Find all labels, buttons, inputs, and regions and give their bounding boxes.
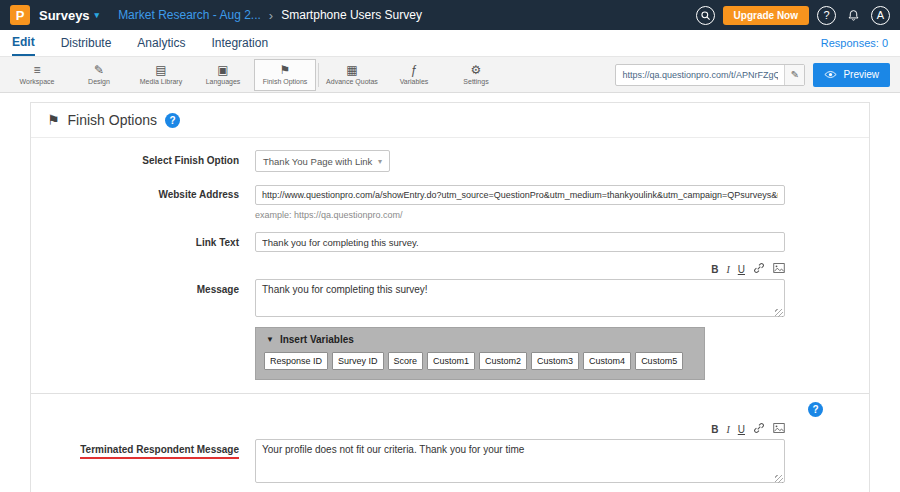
edit-url-button[interactable]: ✎	[784, 65, 804, 85]
message-label: Message	[31, 279, 239, 295]
finish-option-value: Thank You Page with Link	[263, 156, 372, 167]
finish-option-select[interactable]: Thank You Page with Link ▾	[255, 150, 390, 172]
insert-variable-custom4[interactable]: Custom4	[583, 352, 631, 370]
survey-url-input[interactable]	[616, 70, 784, 80]
nav-tab-edit[interactable]: Edit	[12, 30, 35, 56]
settings-gear-icon: ⚙	[471, 64, 482, 77]
help-icon[interactable]: ?	[165, 113, 180, 128]
flag-icon: ⚑	[47, 112, 60, 128]
tab-settings[interactable]: ⚙ Settings	[445, 57, 507, 93]
terminated-format-toolbar: B I U	[255, 422, 785, 436]
tab-design[interactable]: ✎ Design	[68, 57, 130, 93]
link-icon	[753, 262, 765, 274]
search-button[interactable]	[696, 6, 715, 25]
insert-variable-survey-id[interactable]: Survey ID	[332, 352, 384, 370]
eye-icon	[824, 70, 837, 79]
advance-quotas-icon: ▦	[346, 64, 357, 77]
tab-finish-options[interactable]: ⚑ Finish Options	[254, 59, 316, 91]
message-textarea[interactable]: Thank you for completing this survey!	[255, 279, 785, 317]
website-address-label: Website Address	[31, 184, 239, 200]
upgrade-now-button[interactable]: Upgrade Now	[723, 6, 809, 25]
bold-button[interactable]: B	[711, 424, 718, 435]
help-icon-terminated[interactable]: ?	[808, 402, 823, 417]
breadcrumb: Market Research - Aug 2... › Smartphone …	[118, 8, 422, 23]
insert-variable-custom1[interactable]: Custom1	[427, 352, 475, 370]
link-button[interactable]	[753, 262, 765, 276]
italic-button[interactable]: I	[726, 264, 729, 275]
image-icon	[773, 423, 785, 433]
finish-options-panel: ⚑ Finish Options ? Select Finish Option …	[30, 102, 870, 492]
tab-media-library[interactable]: ▤ Media Library	[130, 57, 192, 93]
underline-button[interactable]: U	[738, 264, 745, 275]
avatar[interactable]: A	[871, 6, 890, 25]
website-address-group: example: https://qa.questionpro.com/	[255, 184, 785, 220]
variables-icon: ƒ	[411, 64, 418, 77]
bold-button[interactable]: B	[711, 264, 718, 275]
website-address-input[interactable]	[255, 185, 785, 205]
website-example-text: example: https://qa.questionpro.com/	[255, 210, 785, 220]
breadcrumb-survey-name: Smartphone Users Survey	[281, 8, 422, 22]
questionpro-logo[interactable]: P	[10, 5, 30, 25]
notifications-button[interactable]	[844, 6, 863, 25]
insert-variable-custom2[interactable]: Custom2	[479, 352, 527, 370]
link-button[interactable]	[753, 422, 765, 436]
link-text-label: Link Text	[31, 232, 239, 248]
chevron-down-icon: ▾	[378, 157, 382, 166]
main-nav: Edit Distribute Analytics Integration Re…	[0, 30, 900, 57]
red-underlined-label: Terminated Respondent Message	[80, 444, 239, 459]
toolbar-separator	[318, 63, 319, 87]
underline-button[interactable]: U	[738, 424, 745, 435]
topbar-actions: Upgrade Now ? A	[696, 6, 890, 25]
italic-button[interactable]: I	[726, 424, 729, 435]
link-icon	[753, 422, 765, 434]
finish-option-label: Select Finish Option	[31, 150, 239, 166]
link-text-input[interactable]	[255, 232, 785, 252]
terminated-section: ? B I U Terminated Respondent Message	[31, 394, 869, 492]
link-text-row: Link Text	[31, 232, 869, 252]
avatar-letter: A	[877, 9, 884, 21]
finish-option-row: Select Finish Option Thank You Page with…	[31, 150, 869, 172]
media-library-icon: ▤	[155, 64, 166, 77]
preview-button[interactable]: Preview	[813, 63, 890, 87]
tab-languages[interactable]: ▣ Languages	[192, 57, 254, 93]
image-button[interactable]	[773, 263, 785, 275]
terminated-message-textarea[interactable]: Your profile does not fit our criteria. …	[255, 439, 785, 483]
resize-handle[interactable]	[775, 309, 783, 317]
insert-variables-buttons: Response ID Survey ID Score Custom1 Cust…	[256, 350, 704, 379]
tab-variables[interactable]: ƒ Variables	[383, 57, 445, 93]
design-icon: ✎	[94, 64, 104, 77]
image-button[interactable]	[773, 423, 785, 435]
chevron-right-icon: ›	[269, 8, 273, 23]
message-textarea-wrap: Thank you for completing this survey!	[255, 279, 785, 321]
responses-count[interactable]: Responses: 0	[821, 37, 888, 49]
surveys-label: Surveys	[39, 8, 90, 23]
survey-url-box: ✎	[615, 64, 805, 86]
finish-options-flag-icon: ⚑	[280, 64, 291, 77]
insert-variables-header[interactable]: ▼ Insert Variables	[256, 328, 704, 350]
insert-variable-custom3[interactable]: Custom3	[531, 352, 579, 370]
insert-variable-score[interactable]: Score	[388, 352, 424, 370]
tab-workspace[interactable]: ≡ Workspace	[6, 57, 68, 93]
nav-tab-analytics[interactable]: Analytics	[137, 30, 185, 56]
workspace-icon: ≡	[33, 64, 40, 77]
insert-variables-panel: ▼ Insert Variables Response ID Survey ID…	[255, 327, 705, 380]
edit-toolbar: ≡ Workspace ✎ Design ▤ Media Library ▣ L…	[0, 57, 900, 93]
message-row: Message Thank you for completing this su…	[31, 279, 869, 321]
panel-header: ⚑ Finish Options ?	[31, 103, 869, 138]
surveys-menu[interactable]: Surveys ▾	[39, 8, 99, 23]
triangle-down-icon: ▼	[266, 335, 274, 344]
question-icon: ?	[823, 9, 829, 21]
toolbar-right: ✎ Preview	[615, 63, 894, 87]
help-button[interactable]: ?	[817, 6, 836, 25]
nav-tab-integration[interactable]: Integration	[211, 30, 268, 56]
resize-handle[interactable]	[775, 475, 783, 483]
nav-tab-distribute[interactable]: Distribute	[61, 30, 112, 56]
breadcrumb-folder[interactable]: Market Research - Aug 2...	[118, 8, 261, 22]
tab-advance-quotas[interactable]: ▦ Advance Quotas	[321, 57, 383, 93]
top-bar: P Surveys ▾ Market Research - Aug 2... ›…	[0, 0, 900, 30]
terminated-message-label: Terminated Respondent Message	[31, 439, 239, 459]
pencil-icon: ✎	[791, 69, 799, 80]
terminated-message-row: Terminated Respondent Message Your profi…	[31, 439, 869, 487]
insert-variable-response-id[interactable]: Response ID	[264, 352, 328, 370]
insert-variable-custom5[interactable]: Custom5	[635, 352, 683, 370]
